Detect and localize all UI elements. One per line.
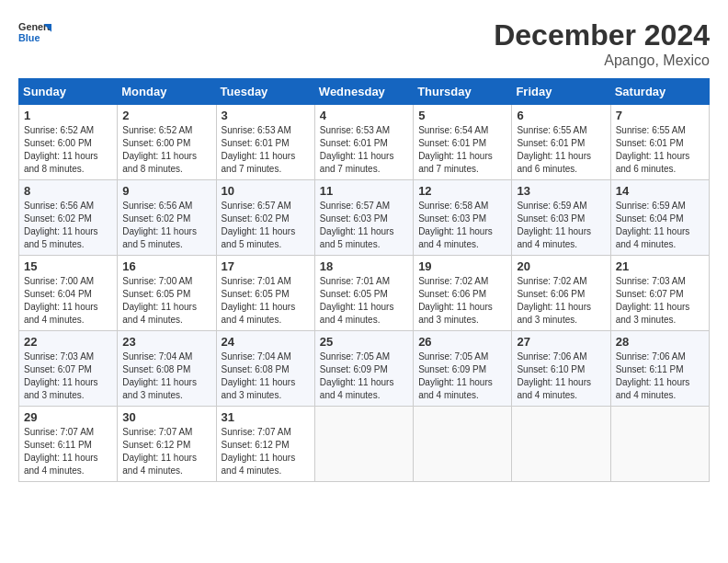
day-info: Sunrise: 6:55 AM Sunset: 6:01 PM Dayligh… [616, 125, 690, 174]
day-number: 31 [222, 410, 310, 424]
col-thursday: Thursday [414, 79, 512, 105]
day-info: Sunrise: 7:00 AM Sunset: 6:04 PM Dayligh… [24, 276, 98, 325]
day-info: Sunrise: 7:07 AM Sunset: 6:12 PM Dayligh… [122, 427, 197, 476]
day-number: 17 [222, 259, 310, 273]
calendar-cell: 3 Sunrise: 6:53 AM Sunset: 6:01 PM Dayli… [216, 105, 314, 180]
day-info: Sunrise: 7:06 AM Sunset: 6:11 PM Dayligh… [616, 351, 690, 400]
calendar-cell: 13 Sunrise: 6:59 AM Sunset: 6:03 PM Dayl… [512, 180, 610, 256]
calendar-cell: 22 Sunrise: 7:03 AM Sunset: 6:07 PM Dayl… [19, 331, 118, 407]
col-sunday: Sunday [19, 79, 118, 105]
day-number: 9 [122, 184, 210, 198]
day-info: Sunrise: 6:52 AM Sunset: 6:00 PM Dayligh… [24, 125, 98, 174]
day-info: Sunrise: 6:57 AM Sunset: 6:03 PM Dayligh… [320, 201, 394, 249]
day-number: 28 [616, 335, 704, 349]
calendar-cell: 30 Sunrise: 7:07 AM Sunset: 6:12 PM Dayl… [118, 407, 216, 482]
page-header: General Blue December 2024 Apango, Mexic… [18, 18, 710, 69]
calendar-cell: 19 Sunrise: 7:02 AM Sunset: 6:06 PM Dayl… [414, 256, 512, 331]
day-number: 22 [24, 335, 112, 349]
calendar-cell: 11 Sunrise: 6:57 AM Sunset: 6:03 PM Dayl… [314, 180, 413, 256]
calendar-cell: 17 Sunrise: 7:01 AM Sunset: 6:05 PM Dayl… [216, 256, 314, 331]
day-number: 24 [222, 335, 310, 349]
calendar-cell: 24 Sunrise: 7:04 AM Sunset: 6:08 PM Dayl… [216, 331, 314, 407]
calendar-cell: 10 Sunrise: 6:57 AM Sunset: 6:02 PM Dayl… [216, 180, 314, 256]
calendar-cell: 18 Sunrise: 7:01 AM Sunset: 6:05 PM Dayl… [314, 256, 413, 331]
calendar-cell: 27 Sunrise: 7:06 AM Sunset: 6:10 PM Dayl… [512, 331, 610, 407]
col-tuesday: Tuesday [216, 79, 314, 105]
day-number: 13 [517, 184, 605, 198]
day-info: Sunrise: 7:04 AM Sunset: 6:08 PM Dayligh… [222, 351, 296, 400]
day-number: 15 [24, 259, 112, 273]
day-number: 23 [122, 335, 210, 349]
calendar-cell [314, 407, 413, 482]
day-info: Sunrise: 6:56 AM Sunset: 6:02 PM Dayligh… [24, 201, 98, 249]
day-info: Sunrise: 7:00 AM Sunset: 6:05 PM Dayligh… [122, 276, 197, 325]
col-wednesday: Wednesday [314, 79, 413, 105]
calendar-cell: 31 Sunrise: 7:07 AM Sunset: 6:12 PM Dayl… [216, 407, 314, 482]
day-info: Sunrise: 6:53 AM Sunset: 6:01 PM Dayligh… [222, 125, 296, 174]
page-subtitle: Apango, Mexico [494, 52, 710, 69]
calendar-cell: 2 Sunrise: 6:52 AM Sunset: 6:00 PM Dayli… [118, 105, 216, 180]
calendar-cell: 15 Sunrise: 7:00 AM Sunset: 6:04 PM Dayl… [19, 256, 118, 331]
calendar-cell: 16 Sunrise: 7:00 AM Sunset: 6:05 PM Dayl… [118, 256, 216, 331]
day-info: Sunrise: 6:59 AM Sunset: 6:03 PM Dayligh… [517, 201, 591, 249]
day-info: Sunrise: 7:03 AM Sunset: 6:07 PM Dayligh… [616, 276, 690, 325]
calendar-cell: 8 Sunrise: 6:56 AM Sunset: 6:02 PM Dayli… [19, 180, 118, 256]
day-info: Sunrise: 6:57 AM Sunset: 6:02 PM Dayligh… [222, 201, 296, 249]
page-title: December 2024 [494, 18, 710, 52]
day-number: 20 [517, 259, 605, 273]
day-info: Sunrise: 7:05 AM Sunset: 6:09 PM Dayligh… [320, 351, 394, 400]
calendar-cell: 1 Sunrise: 6:52 AM Sunset: 6:00 PM Dayli… [19, 105, 118, 180]
calendar-cell: 21 Sunrise: 7:03 AM Sunset: 6:07 PM Dayl… [610, 256, 709, 331]
calendar-cell [512, 407, 610, 482]
day-number: 2 [122, 109, 210, 122]
day-number: 4 [320, 109, 408, 122]
day-number: 19 [418, 259, 506, 273]
col-saturday: Saturday [610, 79, 709, 105]
day-number: 8 [24, 184, 112, 198]
col-friday: Friday [512, 79, 610, 105]
day-info: Sunrise: 6:52 AM Sunset: 6:00 PM Dayligh… [122, 125, 197, 174]
day-number: 6 [517, 109, 605, 122]
day-info: Sunrise: 6:58 AM Sunset: 6:03 PM Dayligh… [418, 201, 493, 249]
day-number: 12 [418, 184, 506, 198]
day-number: 30 [122, 410, 210, 424]
day-info: Sunrise: 7:01 AM Sunset: 6:05 PM Dayligh… [222, 276, 296, 325]
day-number: 29 [24, 410, 112, 424]
calendar-cell: 20 Sunrise: 7:02 AM Sunset: 6:06 PM Dayl… [512, 256, 610, 331]
day-info: Sunrise: 7:07 AM Sunset: 6:11 PM Dayligh… [24, 427, 98, 476]
calendar-cell: 4 Sunrise: 6:53 AM Sunset: 6:01 PM Dayli… [314, 105, 413, 180]
day-info: Sunrise: 7:07 AM Sunset: 6:12 PM Dayligh… [222, 427, 296, 476]
col-monday: Monday [118, 79, 216, 105]
calendar-cell: 14 Sunrise: 6:59 AM Sunset: 6:04 PM Dayl… [610, 180, 709, 256]
calendar-table: Sunday Monday Tuesday Wednesday Thursday… [18, 78, 710, 482]
day-info: Sunrise: 7:04 AM Sunset: 6:08 PM Dayligh… [122, 351, 197, 400]
day-number: 25 [320, 335, 408, 349]
calendar-cell: 5 Sunrise: 6:54 AM Sunset: 6:01 PM Dayli… [414, 105, 512, 180]
day-info: Sunrise: 7:06 AM Sunset: 6:10 PM Dayligh… [517, 351, 591, 400]
day-info: Sunrise: 7:05 AM Sunset: 6:09 PM Dayligh… [418, 351, 493, 400]
day-info: Sunrise: 7:02 AM Sunset: 6:06 PM Dayligh… [517, 276, 591, 325]
day-number: 1 [24, 109, 112, 122]
calendar-cell: 9 Sunrise: 6:56 AM Sunset: 6:02 PM Dayli… [118, 180, 216, 256]
day-number: 27 [517, 335, 605, 349]
day-number: 11 [320, 184, 408, 198]
day-info: Sunrise: 6:54 AM Sunset: 6:01 PM Dayligh… [418, 125, 493, 174]
calendar-cell: 23 Sunrise: 7:04 AM Sunset: 6:08 PM Dayl… [118, 331, 216, 407]
day-info: Sunrise: 6:55 AM Sunset: 6:01 PM Dayligh… [517, 125, 591, 174]
day-number: 3 [222, 109, 310, 122]
day-number: 14 [616, 184, 704, 198]
day-number: 7 [616, 109, 704, 122]
day-number: 21 [616, 259, 704, 273]
calendar-cell: 6 Sunrise: 6:55 AM Sunset: 6:01 PM Dayli… [512, 105, 610, 180]
calendar-cell [414, 407, 512, 482]
day-info: Sunrise: 6:53 AM Sunset: 6:01 PM Dayligh… [320, 125, 394, 174]
day-number: 10 [222, 184, 310, 198]
calendar-cell: 28 Sunrise: 7:06 AM Sunset: 6:11 PM Dayl… [610, 331, 709, 407]
calendar-cell: 12 Sunrise: 6:58 AM Sunset: 6:03 PM Dayl… [414, 180, 512, 256]
title-block: December 2024 Apango, Mexico [494, 18, 710, 69]
day-info: Sunrise: 7:03 AM Sunset: 6:07 PM Dayligh… [24, 351, 98, 400]
day-info: Sunrise: 7:02 AM Sunset: 6:06 PM Dayligh… [418, 276, 493, 325]
calendar-cell: 29 Sunrise: 7:07 AM Sunset: 6:11 PM Dayl… [19, 407, 118, 482]
day-info: Sunrise: 6:56 AM Sunset: 6:02 PM Dayligh… [122, 201, 197, 249]
calendar-cell: 25 Sunrise: 7:05 AM Sunset: 6:09 PM Dayl… [314, 331, 413, 407]
